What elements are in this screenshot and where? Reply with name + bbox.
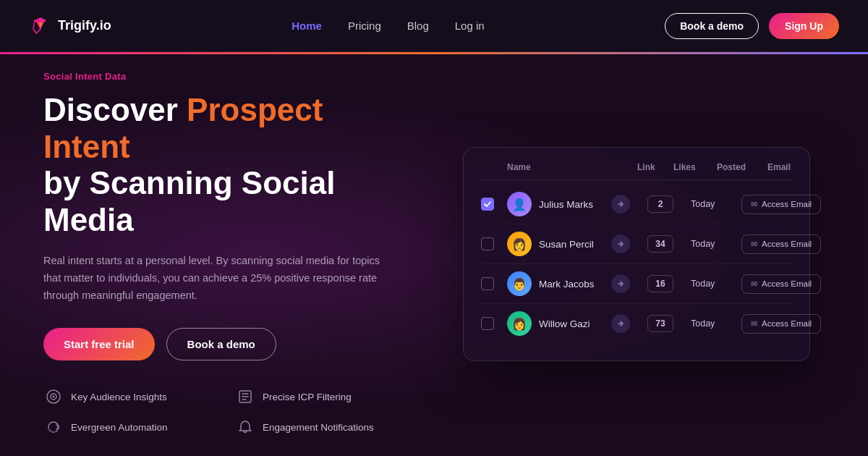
link-icon-julius[interactable] xyxy=(611,195,630,214)
hero-section: Social Intent Data Discover Prospect Int… xyxy=(0,52,868,456)
email-icon: ✉ xyxy=(751,240,757,249)
julius-name-text: Julius Marks xyxy=(539,199,593,210)
avatar-julius: 👤 xyxy=(507,192,532,216)
col-likes: Likes xyxy=(673,162,717,172)
hero-title: Discover Prospect Intent by Scanning Soc… xyxy=(43,92,405,238)
avatar-mark: 👨 xyxy=(507,271,532,296)
nav-blog[interactable]: Blog xyxy=(407,20,429,32)
evergreen-automation-icon xyxy=(43,417,64,437)
nav-login[interactable]: Log in xyxy=(455,20,485,32)
access-email-mark[interactable]: ✉ Access Email xyxy=(741,274,821,294)
likes-julius: 2 xyxy=(647,195,673,213)
row-checkbox-julius[interactable] xyxy=(481,198,494,211)
table-row: 👩 Susan Percil 34 Today ✉ Access Email xyxy=(481,224,792,264)
hero-title-suffix: by Scanning Social Media xyxy=(43,165,335,237)
willow-name-text: Willow Gazi xyxy=(539,318,590,329)
likes-mark: 16 xyxy=(647,275,673,292)
table-row: 👤 Julius Marks 2 Today ✉ Access Email xyxy=(481,185,792,224)
email-icon: ✉ xyxy=(751,200,757,209)
susan-name-text: Susan Percil xyxy=(539,239,594,250)
likes-willow: 73 xyxy=(647,315,673,332)
logo[interactable]: Trigify.io xyxy=(29,14,111,38)
likes-susan: 34 xyxy=(647,235,673,253)
link-icon-susan[interactable] xyxy=(611,235,630,253)
feature-icp-filtering-label: Precise ICP Filtering xyxy=(263,392,352,402)
nav-book-demo-button[interactable]: Book a demo xyxy=(665,13,759,39)
nav-pricing[interactable]: Pricing xyxy=(348,20,381,32)
row-checkbox-mark[interactable] xyxy=(481,277,494,290)
access-email-julius[interactable]: ✉ Access Email xyxy=(741,195,821,214)
col-name: Name xyxy=(507,162,637,172)
book-demo-button[interactable]: Book a demo xyxy=(166,328,276,360)
posted-mark: Today xyxy=(691,279,741,289)
row-name-mark: 👨 Mark Jacobs xyxy=(507,271,611,296)
feature-notifications: Engagement Notifications xyxy=(235,417,405,437)
row-checkbox-willow[interactable] xyxy=(481,317,494,330)
feature-audience-insights-label: Key Audience Insights xyxy=(71,392,167,402)
nav-signup-button[interactable]: Sign Up xyxy=(769,13,839,39)
start-trial-button[interactable]: Start free trial xyxy=(43,328,155,360)
mark-name-text: Mark Jacobs xyxy=(539,279,595,290)
link-icon-mark[interactable] xyxy=(611,274,630,293)
audience-insights-icon xyxy=(43,387,64,407)
posted-susan: Today xyxy=(691,239,741,249)
posted-julius: Today xyxy=(691,199,741,209)
link-icon-willow[interactable] xyxy=(611,314,630,333)
feature-notifications-label: Engagement Notifications xyxy=(263,422,374,433)
email-icon: ✉ xyxy=(751,279,757,289)
feature-icp-filtering: Precise ICP Filtering xyxy=(235,387,405,407)
nav-links: Home Pricing Blog Log in xyxy=(292,20,484,32)
navbar: Trigify.io Home Pricing Blog Log in Book… xyxy=(0,0,868,52)
feature-evergreen-automation: Evergreen Automation xyxy=(43,417,213,437)
col-email: Email xyxy=(767,162,792,172)
avatar-willow: 👩 xyxy=(507,311,532,336)
avatar-susan: 👩 xyxy=(507,232,532,256)
hero-description: Real intent starts at a personal level. … xyxy=(43,253,391,305)
row-name-willow: 👩 Willow Gazi xyxy=(507,311,611,336)
hero-badge: Social Intent Data xyxy=(43,71,405,82)
row-checkbox-susan[interactable] xyxy=(481,237,494,250)
logo-icon xyxy=(29,14,52,38)
hero-buttons: Start free trial Book a demo xyxy=(43,328,405,360)
col-posted: Posted xyxy=(717,162,767,172)
table-header: Name Link Likes Posted Email xyxy=(481,162,792,180)
access-email-susan[interactable]: ✉ Access Email xyxy=(741,235,821,254)
table-row: 👩 Willow Gazi 73 Today ✉ Access Email xyxy=(481,304,792,343)
nav-actions: Book a demo Sign Up xyxy=(665,13,839,39)
icp-filtering-icon xyxy=(235,387,255,407)
feature-evergreen-label: Evergreen Automation xyxy=(71,422,168,433)
svg-point-2 xyxy=(53,396,55,398)
access-email-willow[interactable]: ✉ Access Email xyxy=(741,314,821,334)
nav-home[interactable]: Home xyxy=(292,20,322,32)
hero-right: Name Link Likes Posted Email 👤 Julius Ma… xyxy=(434,147,868,361)
row-name-julius: 👤 Julius Marks xyxy=(507,192,611,216)
hero-features: Key Audience Insights Precise ICP Filter… xyxy=(43,387,405,437)
hero-content: Social Intent Data Discover Prospect Int… xyxy=(43,71,434,437)
row-name-susan: 👩 Susan Percil xyxy=(507,232,611,256)
logo-text: Trigify.io xyxy=(58,18,111,33)
posted-willow: Today xyxy=(691,318,741,329)
table-row: 👨 Mark Jacobs 16 Today ✉ Access Email xyxy=(481,264,792,304)
feature-audience-insights: Key Audience Insights xyxy=(43,387,213,407)
notifications-icon xyxy=(235,417,255,437)
email-icon: ✉ xyxy=(751,319,757,329)
hero-title-prefix: Discover xyxy=(43,92,187,127)
col-link: Link xyxy=(637,162,673,172)
prospect-table-card: Name Link Likes Posted Email 👤 Julius Ma… xyxy=(463,147,810,361)
